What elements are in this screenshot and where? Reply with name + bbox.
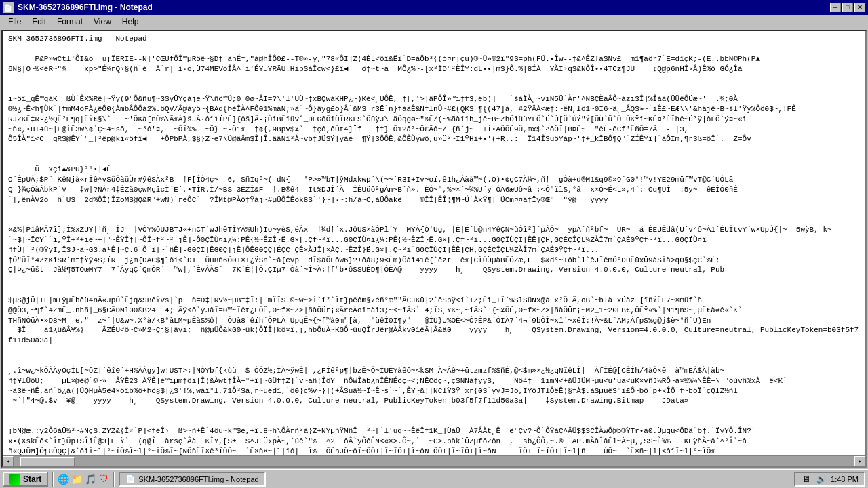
windows-logo-icon	[9, 474, 20, 485]
tray-volume-icon[interactable]: 🔊	[816, 474, 827, 485]
menu-help[interactable]: Help	[117, 16, 144, 28]
system-tray: 🖥 🔊 1:48 PM	[794, 472, 865, 487]
content-wrapper: SKM-3652736896FTI.img - Notepad P&P»wCtl…	[1, 30, 867, 468]
quicklaunch-folder-icon[interactable]: 📁	[71, 474, 82, 485]
main-window: 📄 SKM-3652736896FTI.img - Notepad ─ □ ✕ …	[0, 0, 868, 469]
taskbar: Start 🌐 📁 🎵 🛡 📄 SKM-3652736896FTI.img - …	[0, 469, 868, 488]
menu-bar: File Edit Format View Help	[0, 15, 868, 28]
title-buttons: ─ □ ✕	[830, 3, 865, 12]
quicklaunch-media-icon[interactable]: 🎵	[85, 474, 96, 485]
menu-edit[interactable]: Edit	[26, 16, 52, 28]
tray-network-icon[interactable]: 🖥	[801, 474, 812, 485]
horizontal-scrollbar[interactable]: ◄ ►	[3, 455, 865, 466]
scroll-left-button[interactable]: ◄	[3, 456, 14, 467]
window-wrapper: 📄 SKM-3652736896FTI.img - Notepad ─ □ ✕ …	[0, 0, 868, 488]
taskbar-app-notepad[interactable]: 📄 SKM-3652736896FTI.img - Notepad	[119, 472, 265, 487]
quicklaunch-antivirus-icon[interactable]: 🛡	[98, 474, 109, 485]
maximize-button[interactable]: □	[842, 3, 853, 12]
menu-file[interactable]: File	[3, 16, 26, 28]
taskbar-app-label: SKM-3652736896FTI.img - Notepad	[138, 475, 258, 483]
quicklaunch-ie-icon[interactable]: 🌐	[58, 474, 68, 485]
window-title: SKM-3652736896FTI.img - Notepad	[18, 3, 153, 12]
scroll-track[interactable]	[14, 456, 854, 467]
text-area[interactable]: SKM-3652736896FTI.img - Notepad P&P»wCtl…	[3, 31, 865, 455]
minimize-button[interactable]: ─	[830, 3, 841, 12]
taskbar-divider	[52, 472, 54, 487]
taskbar-divider2	[113, 472, 115, 487]
title-bar: 📄 SKM-3652736896FTI.img - Notepad ─ □ ✕	[0, 0, 868, 15]
start-button[interactable]: Start	[3, 472, 48, 487]
system-clock: 1:48 PM	[831, 475, 859, 483]
notepad-icon: 📄	[3, 2, 14, 13]
close-button[interactable]: ✕	[854, 3, 865, 12]
menu-format[interactable]: Format	[52, 16, 88, 28]
scroll-right-button[interactable]: ►	[854, 456, 865, 467]
menu-view[interactable]: View	[88, 16, 117, 28]
start-label: Start	[23, 474, 41, 484]
scroll-thumb[interactable]	[20, 457, 75, 466]
title-bar-left: 📄 SKM-3652736896FTI.img - Notepad	[3, 2, 153, 13]
